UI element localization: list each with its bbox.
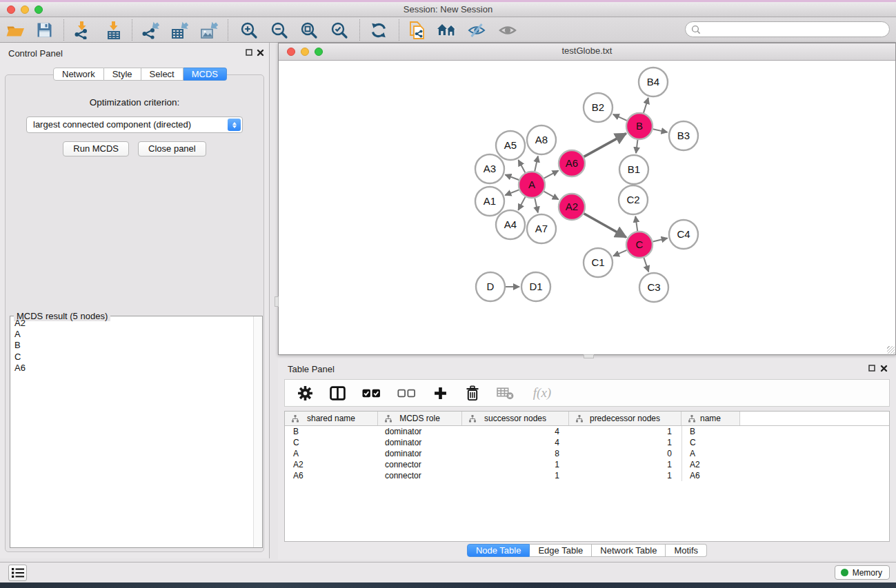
graph-node-C4[interactable]: C4 <box>669 220 698 249</box>
edge-A6-B[interactable] <box>584 134 626 157</box>
graph-node-B[interactable]: B <box>626 113 653 139</box>
import-network-button[interactable] <box>68 19 95 41</box>
table-cell[interactable]: A2 <box>285 459 378 470</box>
edge-A-A7[interactable] <box>535 199 538 213</box>
column-header-name[interactable]: name <box>681 412 740 425</box>
save-session-button[interactable] <box>30 19 58 41</box>
graph-node-A2[interactable]: A2 <box>559 194 585 220</box>
create-column-button[interactable] <box>431 384 449 402</box>
graph-node-C2[interactable]: C2 <box>619 185 648 214</box>
export-table-button[interactable] <box>166 19 193 41</box>
tab-node-table[interactable]: Node Table <box>467 544 530 557</box>
close-panel-button[interactable] <box>257 49 264 57</box>
mcds-result-item[interactable]: A <box>11 329 252 340</box>
table-cell[interactable]: B <box>681 426 740 437</box>
column-header-predecessor-nodes[interactable]: predecessor nodes <box>569 412 681 425</box>
edge-A2-C[interactable] <box>584 214 626 237</box>
mcds-result-item[interactable]: A2 <box>11 318 252 329</box>
zoom-window-button[interactable] <box>34 6 43 14</box>
table-cell[interactable]: connector <box>378 470 462 481</box>
show-columns-button[interactable] <box>328 384 346 402</box>
column-header-MCDS-role[interactable]: MCDS role <box>378 412 462 425</box>
mcds-result-item[interactable]: B <box>11 340 252 351</box>
table-cell[interactable]: B <box>285 426 378 437</box>
graph-node-B3[interactable]: B3 <box>669 121 698 150</box>
graph-node-D[interactable]: D <box>476 272 505 301</box>
edge-A-A5[interactable] <box>518 160 525 172</box>
criterion-dropdown[interactable]: largest connected component (directed) <box>26 116 243 133</box>
function-builder-button[interactable]: f(x) <box>528 384 556 402</box>
new-session-from-network-button[interactable] <box>404 19 431 41</box>
table-cell[interactable]: 4 <box>462 437 569 448</box>
graph-node-D1[interactable]: D1 <box>521 272 550 301</box>
table-cell[interactable]: 0 <box>569 448 681 459</box>
table-row[interactable]: Bdominator41B <box>285 426 889 437</box>
select-all-columns-button[interactable] <box>361 384 381 402</box>
edge-A-A4[interactable] <box>518 197 525 210</box>
edge-B-B4[interactable] <box>644 98 648 113</box>
table-cell[interactable]: C <box>285 437 378 448</box>
network-zoom-button[interactable] <box>315 48 323 56</box>
table-cell[interactable]: A6 <box>681 470 740 481</box>
delete-table-button[interactable] <box>496 384 514 402</box>
graph-node-B1[interactable]: B1 <box>619 155 648 184</box>
column-header-successor-nodes[interactable]: successor nodes <box>462 412 569 425</box>
delete-columns-button[interactable] <box>464 384 481 402</box>
close-panel-button-inner[interactable]: Close panel <box>138 141 206 156</box>
edge-C-C2[interactable] <box>635 216 637 231</box>
column-header-shared-name[interactable]: shared name <box>285 412 378 425</box>
table-cell[interactable]: 1 <box>569 426 681 437</box>
table-row[interactable]: Adominator80A <box>285 448 889 459</box>
search-input[interactable] <box>701 23 889 36</box>
table-cell[interactable]: 1 <box>569 459 681 470</box>
tab-motifs[interactable]: Motifs <box>666 544 707 557</box>
graph-node-C[interactable]: C <box>626 232 653 258</box>
graph-node-A5[interactable]: A5 <box>496 131 525 160</box>
table-cell[interactable]: A2 <box>681 459 740 470</box>
hide-graphics-details-button[interactable] <box>463 19 490 41</box>
apply-layout-button[interactable] <box>365 19 392 41</box>
edge-A-A2[interactable] <box>544 192 559 200</box>
graph-node-A8[interactable]: A8 <box>527 125 556 154</box>
table-cell[interactable]: A6 <box>285 470 378 481</box>
unselect-all-columns-button[interactable] <box>396 384 417 402</box>
table-cell[interactable]: dominator <box>378 426 462 437</box>
edge-C-C3[interactable] <box>644 258 648 272</box>
table-cell[interactable]: 1 <box>569 470 681 481</box>
table-cell[interactable]: dominator <box>378 448 462 459</box>
network-canvas[interactable]: B4B2BB3A8A5A6A3B1AC2A1A2A4A7C4CC1C3DD1 <box>279 61 895 354</box>
tab-mcds[interactable]: MCDS <box>183 68 227 81</box>
run-mcds-button[interactable]: Run MCDS <box>63 141 129 156</box>
edge-C-C1[interactable] <box>613 250 627 256</box>
float-table-panel-button[interactable] <box>868 365 875 372</box>
table-cell[interactable]: 1 <box>569 437 681 448</box>
import-table-button[interactable] <box>99 19 127 41</box>
graph-node-A[interactable]: A <box>519 172 545 198</box>
edge-B-B3[interactable] <box>653 129 668 132</box>
network-close-button[interactable] <box>287 48 295 56</box>
graph-node-B4[interactable]: B4 <box>639 68 668 97</box>
tab-select[interactable]: Select <box>141 68 183 81</box>
table-cell[interactable]: A <box>681 448 740 459</box>
table-cell[interactable]: A <box>285 448 378 459</box>
table-cell[interactable]: 1 <box>462 470 569 481</box>
table-row[interactable]: A6connector11A6 <box>285 470 889 481</box>
float-panel-button[interactable] <box>246 49 252 56</box>
edge-A-A1[interactable] <box>505 190 519 195</box>
table-cell[interactable]: 1 <box>462 459 569 470</box>
open-session-button[interactable] <box>1 19 29 41</box>
tab-style[interactable]: Style <box>104 68 141 81</box>
tab-network[interactable]: Network <box>53 68 104 81</box>
table-row[interactable]: Cdominator41C <box>285 437 889 448</box>
graph-node-A4[interactable]: A4 <box>496 210 525 239</box>
close-table-panel-button[interactable] <box>880 365 888 372</box>
mcds-result-scrollbar[interactable] <box>253 316 262 547</box>
table-settings-button[interactable] <box>296 384 314 402</box>
zoom-in-button[interactable] <box>235 19 263 41</box>
resize-corner-grip[interactable] <box>887 346 895 354</box>
table-cell[interactable]: 4 <box>462 426 569 437</box>
zoom-fit-button[interactable] <box>295 19 323 41</box>
mcds-result-item[interactable]: A6 <box>11 363 252 374</box>
export-image-button[interactable] <box>195 19 223 41</box>
table-cell[interactable]: 8 <box>462 448 569 459</box>
